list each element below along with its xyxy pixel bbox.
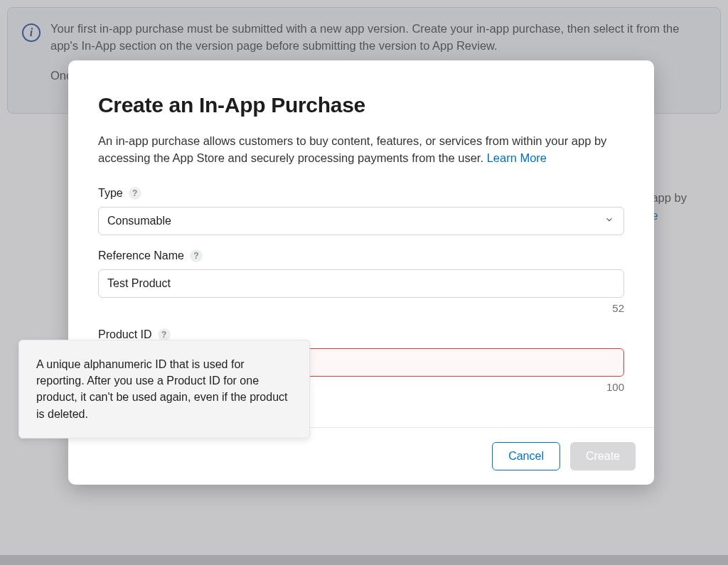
product-id-tooltip: A unique alphanumeric ID that is used fo…: [18, 340, 310, 438]
help-icon[interactable]: ?: [129, 187, 141, 200]
reference-name-count: 52: [98, 302, 624, 314]
type-label: Type: [98, 187, 123, 200]
modal-title: Create an In-App Purchase: [98, 93, 624, 117]
create-button[interactable]: Create: [570, 442, 636, 470]
tooltip-text: A unique alphanumeric ID that is used fo…: [36, 358, 288, 420]
field-reference-name: Reference Name ? 52: [98, 249, 624, 314]
reference-name-input[interactable]: [98, 269, 624, 298]
help-icon[interactable]: ?: [190, 249, 203, 262]
learn-more-link[interactable]: Learn More: [487, 151, 547, 164]
cancel-button[interactable]: Cancel: [492, 442, 560, 470]
modal-description: An in-app purchase allows customers to b…: [98, 133, 624, 167]
reference-name-label: Reference Name: [98, 249, 184, 262]
type-select[interactable]: [98, 207, 624, 235]
field-type: Type ?: [98, 187, 624, 235]
